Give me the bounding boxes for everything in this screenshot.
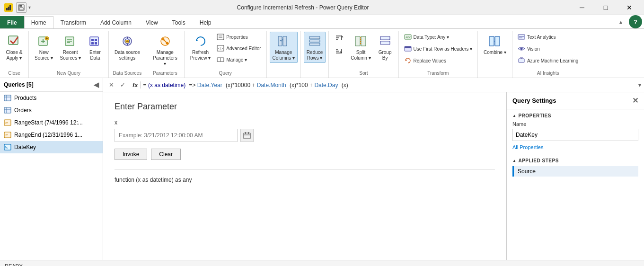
- query-item-orders[interactable]: Orders: [0, 104, 103, 116]
- tab-file[interactable]: File: [0, 16, 24, 28]
- tab-help[interactable]: Help: [193, 16, 219, 28]
- help-button[interactable]: ?: [629, 15, 642, 28]
- save-button[interactable]: [16, 2, 26, 13]
- svg-rect-22: [95, 39, 97, 41]
- svg-rect-20: [90, 37, 98, 45]
- query-settings-panel: Query Settings ✕ PROPERTIES Name All Pro…: [507, 92, 644, 260]
- title-bar: ▾ Configure Incremental Refresh - Power …: [0, 0, 644, 15]
- text-analytics-button[interactable]: Text Analytics: [515, 32, 581, 42]
- properties-section: PROPERTIES Name All Properties: [507, 109, 644, 154]
- svg-text:π: π: [5, 133, 8, 137]
- quick-access-dropdown[interactable]: ▾: [28, 5, 31, 10]
- combine-button[interactable]: Combine ▾: [481, 32, 509, 57]
- query-settings-close-button[interactable]: ✕: [632, 96, 638, 105]
- queries-title: Queries [5]: [4, 81, 34, 88]
- close-apply-icon: [7, 34, 22, 49]
- queries-panel: Queries [5] ◀ Products: [0, 78, 103, 260]
- sort-descending-button[interactable]: [332, 45, 347, 57]
- reduce-rows-group-label: [304, 74, 326, 76]
- data-source-settings-button[interactable]: Data sourcesettings: [112, 32, 143, 63]
- datekey-fx-icon: fx: [4, 143, 11, 151]
- window-controls: ─ □ ✕: [571, 0, 640, 15]
- formula-expand-button[interactable]: ▾: [638, 82, 641, 89]
- tab-tools[interactable]: Tools: [165, 16, 193, 28]
- datekey-label: DateKey: [14, 144, 36, 151]
- range-end-label: RangeEnd (12/31/1996 1...: [14, 132, 82, 138]
- query-item-range-start[interactable]: π RangeStart (7/4/1996 12:...: [0, 116, 103, 129]
- tab-home[interactable]: Home: [24, 16, 53, 28]
- svg-rect-62: [380, 41, 390, 44]
- advanced-editor-icon: </>: [217, 44, 224, 52]
- manage-button[interactable]: Manage ▾: [214, 54, 263, 65]
- new-query-group-label: New Query: [32, 69, 106, 76]
- window-title: Configure Incremental Refresh - Power Qu…: [35, 4, 571, 11]
- status-bar: READY: [0, 260, 644, 266]
- azure-ml-button[interactable]: Azure Machine Learning: [515, 55, 581, 66]
- tab-add-column[interactable]: Add Column: [93, 16, 139, 28]
- close-group-label: Close: [3, 69, 26, 76]
- svg-rect-90: [244, 133, 250, 139]
- manage-parameters-button[interactable]: ManageParameters ▾: [149, 32, 181, 69]
- name-input[interactable]: [512, 129, 638, 141]
- formula-confirm-button[interactable]: ✓: [117, 80, 128, 90]
- use-first-row-button[interactable]: Use First Row as Headers ▾: [402, 44, 475, 54]
- svg-point-35: [162, 38, 164, 41]
- advanced-editor-button[interactable]: </> Advanced Editor: [214, 43, 263, 53]
- query-item-range-end[interactable]: π RangeEnd (12/31/1996 1...: [0, 129, 103, 141]
- orders-table-icon: [4, 106, 11, 114]
- step-source-label: Source: [518, 168, 536, 175]
- group-by-icon: [378, 34, 393, 49]
- svg-rect-50: [309, 43, 320, 45]
- step-source[interactable]: Source: [512, 166, 638, 177]
- new-source-button[interactable]: NewSource ▾: [32, 32, 56, 63]
- maximize-button[interactable]: □: [595, 0, 617, 15]
- data-type-button[interactable]: ABC Data Type: Any ▾: [402, 32, 475, 42]
- query-item-products[interactable]: Products: [0, 92, 103, 104]
- parameters-group-label: Parameters: [149, 69, 181, 76]
- recent-sources-button[interactable]: RecentSources ▾: [57, 32, 83, 63]
- use-first-row-icon: [404, 45, 412, 53]
- ribbon-group-manage-columns: ManageColumns ▾: [267, 31, 301, 78]
- svg-rect-71: [518, 35, 525, 39]
- tab-transform[interactable]: Transform: [53, 16, 93, 28]
- group-by-button[interactable]: GroupBy: [375, 32, 396, 63]
- reduce-rows-button[interactable]: ReduceRows ▾: [304, 32, 326, 63]
- svg-rect-2: [8, 7, 9, 10]
- refresh-preview-button[interactable]: RefreshPreview ▾: [187, 32, 213, 63]
- svg-rect-24: [95, 42, 97, 44]
- close-apply-button[interactable]: Close &Apply ▾: [3, 32, 26, 63]
- svg-rect-5: [19, 5, 22, 7]
- all-properties-link[interactable]: All Properties: [512, 144, 543, 150]
- vision-icon: [518, 45, 525, 53]
- recent-sources-icon: [63, 34, 78, 49]
- ribbon-group-combine: Combine ▾: [478, 31, 512, 78]
- close-button[interactable]: ✕: [618, 0, 640, 15]
- tab-view[interactable]: View: [139, 16, 165, 28]
- clear-button[interactable]: Clear: [151, 149, 181, 160]
- refresh-preview-icon: [193, 34, 208, 49]
- queries-collapse-button[interactable]: ◀: [94, 81, 99, 89]
- text-analytics-icon: [518, 33, 525, 41]
- enter-data-button[interactable]: EnterData: [85, 32, 106, 63]
- param-input[interactable]: [115, 129, 238, 142]
- ribbon-group-transform: ABC Data Type: Any ▾ Use First Row as He…: [399, 31, 478, 78]
- calendar-button[interactable]: [240, 129, 254, 142]
- query-item-datekey[interactable]: fx DateKey: [0, 141, 103, 153]
- sort-ascending-button[interactable]: [332, 32, 347, 44]
- invoke-button[interactable]: Invoke: [115, 149, 147, 160]
- replace-values-button[interactable]: → Replace Values: [402, 55, 475, 66]
- vision-button[interactable]: Vision: [515, 44, 581, 54]
- ribbon-group-new-query: NewSource ▾ RecentSources ▾: [29, 31, 109, 78]
- formula-cancel-button[interactable]: ✕: [106, 80, 116, 90]
- manage-parameters-icon: [158, 34, 173, 49]
- svg-rect-75: [519, 59, 524, 62]
- ribbon-collapse-btn[interactable]: ▲: [618, 18, 627, 26]
- ribbon-group-close: Close &Apply ▾ Close: [0, 31, 29, 78]
- split-column-button[interactable]: SplitColumn ▾: [348, 32, 373, 63]
- properties-button[interactable]: Properties: [214, 32, 263, 42]
- manage-columns-button[interactable]: ManageColumns ▾: [270, 32, 298, 63]
- ai-insights-group-label: AI Insights: [515, 69, 581, 76]
- status-text: READY: [5, 263, 23, 266]
- minimize-button[interactable]: ─: [571, 0, 593, 15]
- svg-rect-1: [6, 8, 8, 10]
